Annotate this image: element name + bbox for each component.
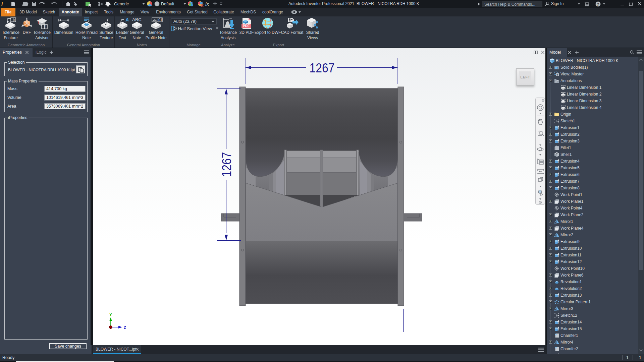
svg-text:1267: 1267	[310, 61, 335, 75]
svg-text:PDF: PDF	[243, 24, 250, 28]
svg-text:Default: Default	[161, 2, 174, 6]
svg-text:?: ?	[597, 2, 599, 7]
svg-text:ABC: ABC	[132, 17, 142, 22]
svg-text:Z: Z	[124, 325, 126, 329]
svg-text:I: I	[1, 1, 3, 7]
svg-text:.01: .01	[158, 18, 162, 22]
svg-text:1267: 1267	[219, 152, 234, 177]
svg-text:1: 1	[13, 18, 15, 22]
svg-text:1: 1	[45, 25, 47, 29]
svg-text:A: A	[125, 17, 128, 22]
svg-text:Generic: Generic	[114, 2, 129, 6]
svg-text:Y: Y	[109, 313, 112, 317]
svg-text:fx: fx	[205, 1, 209, 7]
